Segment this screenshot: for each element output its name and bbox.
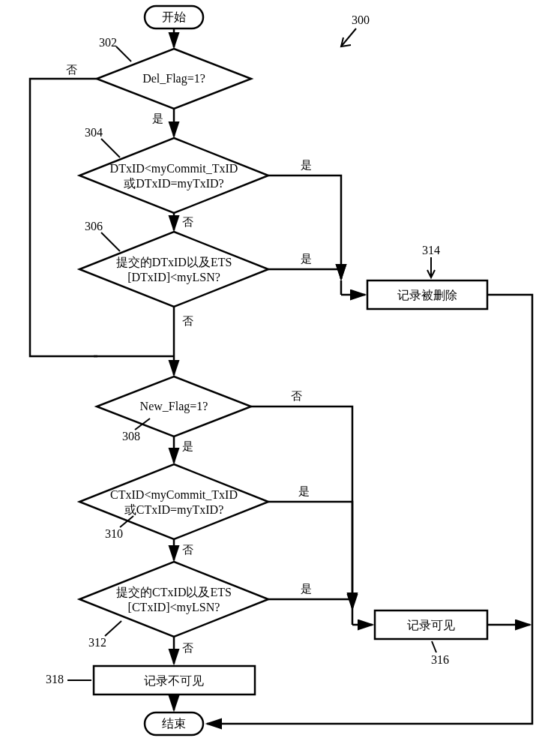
- svg-text:[DTxID]<myLSN?: [DTxID]<myLSN?: [127, 271, 220, 284]
- decision-308: New_Flag=1? 308: [97, 376, 251, 442]
- svg-text:CTxID<myCommit_TxID: CTxID<myCommit_TxID: [110, 488, 238, 502]
- svg-text:记录不可见: 记录不可见: [144, 674, 204, 687]
- label-no: 否: [182, 315, 193, 327]
- decision-306: 提交的DTxID以及ETS [DTxID]<myLSN? 306: [79, 220, 268, 307]
- svg-text:Del_Flag=1?: Del_Flag=1?: [142, 72, 205, 86]
- svg-text:314: 314: [422, 244, 440, 256]
- svg-line-45: [105, 621, 121, 636]
- label-no: 否: [182, 216, 193, 228]
- label-no: 否: [182, 544, 193, 556]
- label-yes: 是: [182, 440, 193, 452]
- svg-text:304: 304: [85, 126, 103, 139]
- start-terminator: 开始: [145, 6, 203, 28]
- label-yes: 是: [301, 159, 312, 171]
- svg-text:记录被删除: 记录被删除: [397, 289, 457, 302]
- svg-text:开始: 开始: [162, 10, 186, 23]
- process-314: 记录被删除 314: [367, 244, 487, 309]
- svg-text:316: 316: [431, 653, 449, 666]
- label-yes: 是: [301, 583, 312, 595]
- svg-marker-16: [79, 232, 268, 307]
- label-yes: 是: [298, 485, 310, 497]
- label-no: 否: [66, 64, 77, 76]
- svg-text:[CTxID]<myLSN?: [CTxID]<myLSN?: [128, 601, 220, 614]
- svg-text:提交的CTxID以及ETS: 提交的CTxID以及ETS: [116, 586, 232, 598]
- label-no: 否: [182, 642, 193, 654]
- svg-text:308: 308: [122, 430, 140, 442]
- svg-text:New_Flag=1?: New_Flag=1?: [140, 400, 208, 413]
- svg-line-50: [432, 641, 436, 652]
- svg-text:或DTxID=myTxID?: 或DTxID=myTxID?: [124, 177, 223, 190]
- svg-text:DTxID<myCommit_TxID: DTxID<myCommit_TxID: [110, 162, 238, 176]
- svg-text:318: 318: [46, 673, 64, 686]
- svg-text:302: 302: [99, 36, 117, 49]
- svg-text:300: 300: [352, 14, 370, 26]
- label-yes: 是: [301, 253, 312, 265]
- svg-text:310: 310: [105, 527, 123, 540]
- svg-marker-41: [79, 562, 268, 637]
- svg-text:记录可见: 记录可见: [407, 619, 455, 632]
- svg-text:306: 306: [85, 220, 103, 232]
- svg-line-8: [116, 46, 131, 62]
- process-318: 记录不可见 318: [46, 666, 255, 694]
- decision-312: 提交的CTxID以及ETS [CTxID]<myLSN? 312: [79, 562, 268, 649]
- label-no: 否: [291, 390, 302, 402]
- figure-number: 300: [341, 14, 370, 46]
- svg-text:提交的DTxID以及ETS: 提交的DTxID以及ETS: [116, 256, 232, 268]
- decision-310: CTxID<myCommit_TxID 或CTxID=myTxID? 310: [79, 464, 268, 540]
- process-316: 记录可见 316: [375, 610, 487, 666]
- decision-304: DTxID<myCommit_TxID 或DTxID=myTxID? 304: [79, 126, 268, 213]
- svg-text:结束: 结束: [162, 717, 186, 730]
- svg-text:或CTxID=myTxID?: 或CTxID=myTxID?: [124, 503, 224, 517]
- end-terminator: 结束: [145, 712, 203, 735]
- svg-marker-10: [79, 138, 268, 213]
- svg-line-20: [101, 232, 120, 251]
- flowchart: 300 开始 Del_Flag=1? 302 否 是 DTxID<myCommi…: [0, 0, 560, 750]
- label-yes: 是: [152, 112, 163, 124]
- svg-line-14: [101, 139, 120, 158]
- svg-text:312: 312: [88, 636, 106, 649]
